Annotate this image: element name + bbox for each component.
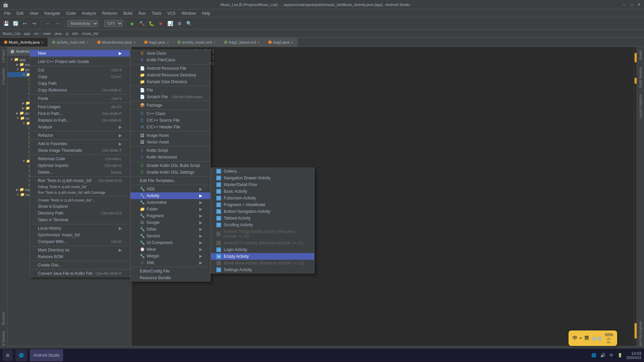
- cm-item-copy[interactable]: Copy Ctrl+C: [30, 73, 130, 80]
- cm-item-debug-tests[interactable]: Debug 'Tests in zj.dzh.music_list': [30, 184, 130, 190]
- sm-label-fragment: Fragment: [147, 214, 164, 218]
- sm-item-image-asset[interactable]: 🖼 Image Asset: [130, 132, 210, 139]
- act-item-tabbed[interactable]: ⊞ Tabbed Activity: [211, 215, 314, 222]
- sm-item-cpp-class[interactable]: C C++ Class: [130, 110, 210, 117]
- sm-item-editor-config[interactable]: EditorConfig File: [130, 268, 210, 275]
- sm-item-scratch[interactable]: 📄 Scratch File Ctrl+Alt+Shift+Insert: [130, 94, 210, 100]
- gradle-kts-settings-icon: G: [140, 170, 145, 175]
- act-item-fullscreen[interactable]: ⊞ Fullscreen Activity: [211, 195, 314, 201]
- act-item-settings[interactable]: ⊞ Settings Activity: [211, 266, 314, 273]
- sm-item-sample-data-dir[interactable]: 📁 Sample Data Directory: [130, 78, 210, 85]
- sm-item-gradle-kts-build[interactable]: G Gradle Kotlin DSL Build Script: [130, 162, 210, 169]
- act-item-fragment-vm[interactable]: ⊞ Fragment + ViewModel: [211, 201, 314, 208]
- act-label-basic: Basic Activity: [224, 189, 247, 194]
- sm-item-kotlin-worksheet[interactable]: K Kotlin Worksheet: [130, 154, 210, 161]
- taskbar-start-button[interactable]: ⊞: [3, 349, 13, 361]
- sm-item-widget[interactable]: 🔧 Widget ▶: [130, 253, 210, 259]
- cm-item-mark-dir[interactable]: Mark Directory as ▶: [30, 247, 130, 253]
- cm-item-optimize-imports[interactable]: Optimize Imports Ctrl+Alt+O: [30, 162, 130, 169]
- cm-item-compare-with[interactable]: Compare With... Ctrl+D: [30, 238, 130, 245]
- fullscreen-icon: ⊞: [216, 196, 221, 200]
- sm-item-wear[interactable]: ⌚ Wear ▶: [130, 246, 210, 253]
- sm-item-java-class[interactable]: C Java Class: [130, 50, 210, 57]
- sm-arrow-google: ▶: [199, 220, 202, 225]
- sm-item-android-res-file[interactable]: 📄 Android Resource File: [130, 65, 210, 72]
- cm-item-reformat[interactable]: Reformat Code Ctrl+Alt+L: [30, 156, 130, 162]
- cm-item-add-favorites[interactable]: Add to Favorites ▶: [30, 140, 130, 147]
- sm-item-xml[interactable]: X XML ▶: [130, 259, 210, 266]
- sm-label-kotlin-class: Kotlin File/Class: [147, 58, 175, 62]
- sm-item-ui-component[interactable]: 🔧 UI Component ▶: [130, 239, 210, 246]
- cm-sep-1: [30, 66, 130, 66]
- cm-sep-6: [30, 155, 130, 155]
- sm-sep-2: [130, 101, 210, 101]
- taskbar-browser-button[interactable]: 🌐: [15, 349, 27, 361]
- sm-item-edit-templates[interactable]: Edit File Templates...: [130, 177, 210, 184]
- context-menu-level1: New ▶ Link C++ Project with Gradle Cut C…: [30, 50, 130, 277]
- sm-item-vector-asset[interactable]: 🖼 Vector Asset: [130, 139, 210, 145]
- cm-sep-8: [30, 196, 130, 196]
- act-item-login[interactable]: ⊞ Login Activity: [211, 246, 314, 253]
- sm-item-gradle-kts-settings[interactable]: G Gradle Kotlin DSL Settings: [130, 169, 210, 176]
- act-item-scrolling[interactable]: ⊞ Scrolling Activity: [211, 222, 314, 228]
- cm-item-analyze[interactable]: Analyze ▶: [30, 124, 130, 130]
- xml-icon: X: [140, 260, 145, 265]
- sm-item-other[interactable]: 🔧 Other ▶: [130, 226, 210, 233]
- cm-item-new[interactable]: New ▶: [30, 50, 130, 57]
- sm-item-kotlin-class[interactable]: K Kotlin File/Class: [130, 57, 210, 63]
- sm-label-ui-component: UI Component: [147, 240, 172, 245]
- sm-item-android-res-dir[interactable]: 📁 Android Resource Directory: [130, 72, 210, 78]
- act-item-empty[interactable]: ⊞ Empty Activity: [211, 253, 314, 260]
- cm-item-synchronize[interactable]: Synchronize 'music_list': [30, 232, 130, 238]
- cm-item-directory-path[interactable]: Directory Path Ctrl+Alt+F12: [30, 210, 130, 217]
- sm-item-automotive[interactable]: 🔧 Automotive ▶: [130, 199, 210, 206]
- act-item-master-detail[interactable]: ⊞ Master/Detail Flow: [211, 181, 314, 188]
- act-item-gallery[interactable]: ⊞ Gallery...: [211, 168, 314, 175]
- cm-item-show-thumbnails[interactable]: Show Image Thumbnails Ctrl+Shift+T: [30, 147, 130, 154]
- widget-icon: 🔧: [140, 254, 145, 258]
- cm-item-create-tests[interactable]: Create 'Tests in zj.dzh.music_list'...: [30, 197, 130, 203]
- sm-item-fragment[interactable]: 🔧 Fragment ▶: [130, 213, 210, 219]
- sm-item-cpp-source[interactable]: C C/C++ Source File: [130, 117, 210, 124]
- act-item-basic[interactable]: ⊞ Basic Activity: [211, 188, 314, 195]
- cm-item-find-usages[interactable]: Find Usages Alt+F7: [30, 104, 130, 110]
- cm-item-cut[interactable]: Cut Ctrl+X: [30, 67, 130, 73]
- sm-item-kotlin-script[interactable]: K Kotlin Script: [130, 147, 210, 154]
- cm-arrow-refactor: ▶: [119, 133, 122, 138]
- sm-item-resource-bundle[interactable]: Resource Bundle: [130, 275, 210, 281]
- cm-item-paste[interactable]: Paste Ctrl+V: [30, 95, 130, 102]
- sm-sep-1: [130, 86, 210, 86]
- cm-label-synchronize: Synchronize 'music_list': [38, 233, 80, 237]
- sm-item-google[interactable]: G Google ▶: [130, 219, 210, 226]
- cm-item-local-history[interactable]: Local History ▶: [30, 225, 130, 232]
- cm-item-run-tests[interactable]: Run 'Tests in zj.dzh.music_list' Ctrl+Sh…: [30, 177, 130, 184]
- sm-item-folder[interactable]: 📁 Folder ▶: [130, 206, 210, 213]
- file-icon: 📄: [140, 88, 145, 93]
- sm-item-service[interactable]: 🔧 Service ▶: [130, 233, 210, 239]
- cm-item-replace-in-path[interactable]: Replace in Path... Ctrl+Shift+R: [30, 117, 130, 124]
- cm-item-find-in-path[interactable]: Find in Path... Ctrl+Shift+F: [30, 110, 130, 117]
- folder-icon-new: 📁: [140, 207, 145, 212]
- sm-item-activity[interactable]: 🔧 Activity ▶: [130, 192, 210, 199]
- cm-shortcut-find-usages: Alt+F7: [111, 105, 122, 109]
- cm-item-delete[interactable]: Delete... Delete: [30, 169, 130, 176]
- cm-item-copy-path[interactable]: Copy Path: [30, 80, 130, 87]
- cm-item-run-tests-coverage[interactable]: Run 'Tests in zj.dzh.music_list' with Co…: [30, 190, 130, 195]
- sm-item-file[interactable]: 📄 File: [130, 87, 210, 94]
- cm-item-open-terminal[interactable]: Open in Terminal: [30, 217, 130, 223]
- cm-item-show-explorer[interactable]: Show in Explorer: [30, 203, 130, 210]
- act-item-nav-drawer[interactable]: ⊞ Navigation Drawer Activity: [211, 175, 314, 181]
- taskbar-as-button[interactable]: Android Studio: [30, 349, 63, 361]
- cm-item-refactor[interactable]: Refactor ▶: [30, 132, 130, 139]
- sm-item-aidl[interactable]: 🔧 AIDL ▶: [130, 186, 210, 192]
- cm-item-create-gist[interactable]: Create Gist...: [30, 262, 130, 268]
- submenu-activity: ⊞ Gallery... ⊞ Navigation Drawer Activit…: [211, 168, 315, 274]
- act-item-bottom-nav[interactable]: ⊞ Bottom Navigation Activity: [211, 208, 314, 215]
- cm-item-copy-ref[interactable]: Copy Reference Ctrl+Shift+C: [30, 87, 130, 94]
- cm-item-link-cpp[interactable]: Link C++ Project with Gradle: [30, 58, 130, 65]
- act-label-blank-wear: Blank Wear Activity (Requires minSdk >= …: [224, 261, 304, 265]
- cm-item-convert-kotlin[interactable]: Convert Java File to Kotlin File Ctrl+Al…: [30, 270, 130, 277]
- sm-item-package[interactable]: 📦 Package: [130, 102, 210, 109]
- cm-item-remove-bom[interactable]: Remove BOM: [30, 253, 130, 260]
- sm-item-cpp-header[interactable]: H C/C++ Header File: [130, 124, 210, 130]
